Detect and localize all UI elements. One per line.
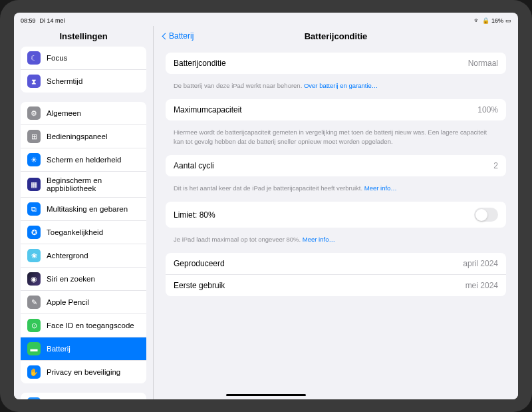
section-limit: Limiet: 80%	[166, 202, 506, 228]
footnote: De batterij van deze iPad werkt naar beh…	[166, 78, 506, 99]
ic-wall-icon: ❀	[27, 249, 41, 262]
ic-appstore-icon: Ⓐ	[27, 397, 41, 399]
sidebar-item-label: Siri en zoeken	[47, 275, 95, 283]
ic-multi-icon: ⧉	[27, 202, 41, 216]
back-label: Batterij	[169, 31, 194, 41]
chevron-left-icon	[162, 33, 169, 39]
section-dates: Geproduceerd april 2024 Eerste gebruik m…	[166, 253, 506, 296]
sidebar-item-algemeen[interactable]: ⚙Algemeen	[21, 102, 146, 125]
sidebar-item-label: Privacy en beveiliging	[47, 368, 120, 376]
ic-moon-icon: ☾	[27, 51, 41, 65]
sidebar-group: ⚙Algemeen⊞Bedieningspaneel☀Scherm en hel…	[21, 102, 146, 383]
sidebar-group: ⒶApp Store▭Wallet en Apple Pay	[21, 393, 146, 399]
detail-title: Batterijconditie	[305, 31, 368, 41]
battery-percent: 16%	[491, 17, 503, 24]
row-limit: Limiet: 80%	[166, 202, 506, 228]
detail-pane: Batterij Batterijconditie Batterijcondit…	[154, 26, 518, 399]
sidebar-item-label: Face ID en toegangscode	[47, 321, 134, 329]
sidebar-item-app-store[interactable]: ⒶApp Store	[21, 393, 146, 399]
sidebar-item-beginscherm-en-appbibliotheek[interactable]: ▦Beginscherm en appbibliotheek	[21, 172, 146, 198]
ipad-frame: 08:59 Di 14 mei ᯤ 🔒 16% ▭ Instellingen ☾…	[0, 0, 532, 412]
sidebar-item-toegankelijkheid[interactable]: ✪Toegankelijkheid	[21, 221, 146, 244]
sidebar-item-label: Bedieningspaneel	[47, 132, 107, 140]
status-date: Di 14 mei	[40, 17, 65, 24]
ic-hourglass-icon: ⧗	[27, 75, 41, 88]
home-indicator[interactable]	[226, 394, 306, 397]
cycles-more-link[interactable]: Meer info…	[364, 184, 397, 192]
back-button[interactable]: Batterij	[163, 31, 194, 41]
row-value: april 2024	[463, 259, 498, 268]
row-label: Eerste gebruik	[174, 281, 225, 290]
limit-toggle[interactable]	[474, 208, 498, 222]
row-label: Batterijconditie	[174, 59, 226, 68]
sidebar-item-siri-en-zoeken[interactable]: ◉Siri en zoeken	[21, 268, 146, 291]
footnote: Je iPad laadt maximaal op tot ongeveer 8…	[166, 232, 506, 253]
sidebar-item-schermtijd[interactable]: ⧗Schermtijd	[21, 70, 146, 93]
ic-privacy-icon: ✋	[27, 365, 41, 379]
sidebar-item-label: Achtergrond	[47, 252, 88, 260]
status-bar: 08:59 Di 14 mei ᯤ 🔒 16% ▭	[14, 13, 518, 26]
sidebar-item-label: Schermtijd	[47, 77, 82, 85]
sidebar-item-label: Focus	[47, 54, 67, 62]
settings-sidebar: Instellingen ☾Focus⧗Schermtijd ⚙Algemeen…	[14, 26, 154, 399]
sidebar-group: ☾Focus⧗Schermtijd	[21, 47, 146, 93]
sidebar-item-label: Apple Pencil	[47, 298, 89, 306]
footnote: Hiermee wordt de batterijcapaciteit geme…	[166, 124, 506, 155]
sidebar-item-privacy-en-beveiliging[interactable]: ✋Privacy en beveiliging	[21, 361, 146, 383]
battery-icon: ▭	[505, 17, 511, 24]
sidebar-item-focus[interactable]: ☾Focus	[21, 47, 146, 70]
limit-more-link[interactable]: Meer info…	[303, 236, 335, 243]
toggle-knob	[475, 209, 487, 221]
row-label: Aantal cycli	[174, 161, 214, 170]
row-value: 2	[493, 161, 498, 170]
sidebar-scroll[interactable]: ☾Focus⧗Schermtijd ⚙Algemeen⊞Bedieningspa…	[14, 47, 153, 399]
row-first-use: Eerste gebruik mei 2024	[166, 275, 506, 296]
sidebar-item-face-id-en-toegangscode[interactable]: ⊙Face ID en toegangscode	[21, 314, 146, 337]
ic-battery-icon: ▬	[27, 342, 41, 355]
ic-home-icon: ▦	[27, 178, 41, 191]
sidebar-item-multitasking-en-gebaren[interactable]: ⧉Multitasking en gebaren	[21, 198, 146, 221]
warranty-link[interactable]: Over batterij en garantie…	[304, 82, 378, 89]
ic-pencil-icon: ✎	[27, 296, 41, 309]
row-cycles[interactable]: Aantal cycli 2	[166, 155, 506, 176]
section-health: Batterijconditie Normaal	[166, 53, 506, 74]
sidebar-item-bedieningspaneel[interactable]: ⊞Bedieningspaneel	[21, 125, 146, 148]
sidebar-item-label: Scherm en helderheid	[47, 156, 122, 164]
detail-header: Batterij Batterijconditie	[154, 26, 518, 46]
sidebar-item-label: Toegankelijkheid	[47, 228, 103, 236]
row-capacity[interactable]: Maximumcapaciteit 100%	[166, 99, 506, 120]
lock-icon: 🔒	[482, 17, 489, 24]
row-label: Maximumcapaciteit	[174, 105, 242, 114]
row-value: 100%	[477, 105, 498, 114]
row-value: mei 2024	[466, 281, 498, 290]
row-label: Limiet: 80%	[174, 210, 215, 220]
sidebar-item-label: Algemeen	[47, 109, 81, 117]
wifi-icon: ᯤ	[474, 17, 480, 24]
section-capacity: Maximumcapaciteit 100%	[166, 99, 506, 120]
status-time: 08:59	[21, 17, 36, 24]
row-health[interactable]: Batterijconditie Normaal	[166, 53, 506, 74]
row-manufactured: Geproduceerd april 2024	[166, 253, 506, 275]
ic-access-icon: ✪	[27, 226, 41, 239]
ic-siri-icon: ◉	[27, 272, 41, 286]
ic-gear-icon: ⚙	[27, 106, 41, 120]
sidebar-item-apple-pencil[interactable]: ✎Apple Pencil	[21, 291, 146, 314]
ic-display-icon: ☀	[27, 153, 41, 166]
content-split: Instellingen ☾Focus⧗Schermtijd ⚙Algemeen…	[14, 26, 518, 399]
row-value: Normaal	[468, 59, 498, 68]
sidebar-item-label: Beginscherm en appbibliotheek	[47, 176, 140, 192]
detail-body[interactable]: Batterijconditie Normaal De batterij van…	[154, 46, 518, 399]
sidebar-item-scherm-en-helderheid[interactable]: ☀Scherm en helderheid	[21, 148, 146, 172]
section-cycles: Aantal cycli 2	[166, 155, 506, 176]
ic-faceid-icon: ⊙	[27, 319, 41, 332]
sidebar-item-achtergrond[interactable]: ❀Achtergrond	[21, 244, 146, 268]
sidebar-item-batterij[interactable]: ▬Batterij	[21, 337, 146, 361]
sidebar-item-label: Batterij	[47, 345, 70, 353]
screen: 08:59 Di 14 mei ᯤ 🔒 16% ▭ Instellingen ☾…	[14, 13, 518, 399]
ic-control-icon: ⊞	[27, 130, 41, 143]
footnote: Dit is het aantal keer dat de iPad je ba…	[166, 180, 506, 202]
sidebar-title: Instellingen	[14, 26, 153, 47]
row-label: Geproduceerd	[174, 259, 225, 268]
sidebar-item-label: Multitasking en gebaren	[47, 205, 128, 213]
